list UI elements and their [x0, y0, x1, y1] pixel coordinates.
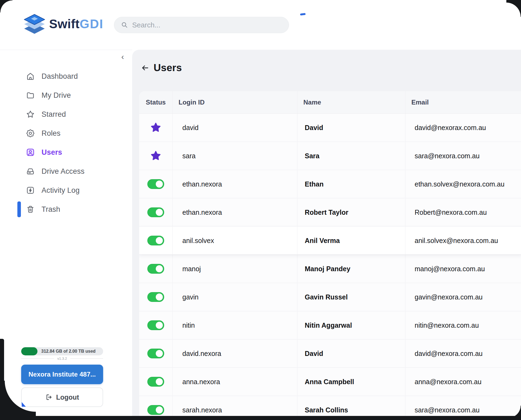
sidebar-item-label: Users — [42, 148, 62, 157]
email-cell: nitin@nexora.com.au — [405, 311, 521, 339]
login-id-cell: david.nexora — [172, 340, 297, 367]
status-toggle[interactable] — [147, 405, 164, 415]
page-title: Users — [154, 62, 182, 74]
storage-usage-label: 312.84 GB of 2.00 TB used — [41, 347, 101, 355]
status-cell — [139, 142, 172, 170]
active-route-indicator — [17, 201, 21, 217]
sidebar-item-label: Drive Access — [42, 167, 84, 176]
organization-button[interactable]: Nexora Institute 487... — [21, 365, 103, 384]
sidebar-item-activity-log[interactable]: Activity Log — [0, 181, 132, 200]
name-cell: David — [297, 340, 405, 367]
status-toggle[interactable] — [147, 207, 164, 217]
table-row: gavinGavin Russelgavin@nexora.com.au — [139, 283, 521, 311]
name-cell: Manoj Pandey — [297, 255, 405, 283]
status-toggle[interactable] — [147, 264, 164, 274]
status-toggle[interactable] — [147, 349, 164, 358]
sidebar-item-my-drive[interactable]: My Drive — [0, 86, 132, 105]
status-cell — [139, 311, 172, 339]
logo-layers-icon — [23, 14, 46, 34]
logout-icon — [45, 393, 53, 401]
back-arrow-icon[interactable] — [141, 64, 149, 72]
table-header-row: Status Login ID Name Email — [139, 91, 521, 114]
table-body: davidDaviddavid@nexorax.com.ausaraSarasa… — [139, 114, 521, 420]
toggle-knob — [156, 209, 163, 216]
status-cell — [139, 283, 172, 311]
table-row: nitinNitin Aggarwalnitin@nexora.com.au — [139, 311, 521, 339]
toggle-knob — [156, 181, 163, 188]
column-header-login-id: Login ID — [172, 91, 297, 113]
email-cell: anil.solvex@nexora.com.au — [405, 227, 521, 254]
app-logo: SwiftGDI — [23, 14, 103, 34]
table-row: sarah.nexoraSarah Collinssara@nexora.com… — [139, 396, 521, 420]
sidebar-item-roles[interactable]: Roles — [0, 124, 132, 143]
name-cell: Sarah Collins — [297, 396, 405, 420]
table-row: anna.nexoraAnna Campbellanna@nexora.com.… — [139, 367, 521, 396]
table-row: david.nexoraDaviddavid@nexora.com.au — [139, 339, 521, 367]
starred-status-icon[interactable] — [150, 150, 161, 162]
email-cell: david@nexora.com.au — [405, 340, 521, 367]
login-id-cell: anil.solvex — [172, 227, 297, 254]
table-row: davidDaviddavid@nexorax.com.au — [139, 114, 521, 141]
users-table: Status Login ID Name Email davidDaviddav… — [139, 91, 521, 420]
name-cell: David — [297, 114, 405, 141]
storage-usage-fill — [21, 347, 37, 355]
email-cell: manoj@nexora.com.au — [405, 255, 521, 283]
toggle-knob — [156, 378, 163, 385]
toggle-knob — [156, 406, 163, 413]
gear-icon — [26, 129, 35, 138]
search-icon — [121, 21, 128, 29]
table-row: anil.solvexAnil Vermaanil.solvex@nexora.… — [139, 226, 521, 254]
sidebar-collapse-button[interactable]: ‹ — [121, 53, 124, 61]
sidebar-item-label: Roles — [42, 129, 61, 138]
table-row: saraSarasara@nexora.com.au — [139, 141, 521, 170]
status-cell — [139, 340, 172, 367]
sidebar-item-label: Dashboard — [42, 72, 78, 81]
status-toggle[interactable] — [147, 292, 164, 302]
sidebar-item-starred[interactable]: Starred — [0, 105, 132, 124]
starred-status-icon[interactable] — [150, 122, 161, 133]
status-toggle[interactable] — [147, 320, 164, 330]
search-input[interactable] — [132, 21, 289, 30]
name-cell: Gavin Russel — [297, 283, 405, 311]
login-id-cell: nitin — [172, 311, 297, 339]
login-id-cell: sarah.nexora — [172, 396, 297, 420]
home-icon — [26, 72, 35, 81]
page-header: Users — [141, 61, 182, 75]
sidebar: ‹ DashboardMy DriveStarredRolesUsersDriv… — [0, 50, 132, 420]
sidebar-item-trash[interactable]: Trash — [0, 200, 132, 219]
email-cell: Robert@nexora.com.au — [405, 198, 521, 226]
table-row: ethan.nexoraEthanethan.solvex@nexora.com… — [139, 170, 521, 198]
status-toggle[interactable] — [147, 236, 164, 245]
email-cell: sara@nexora.com.au — [405, 396, 521, 420]
trash-icon — [26, 205, 35, 214]
login-id-cell: gavin — [172, 283, 297, 311]
status-cell — [139, 227, 172, 254]
status-toggle[interactable] — [147, 179, 164, 189]
status-cell — [139, 255, 172, 283]
activity-icon — [26, 186, 35, 195]
table-row: ethan.nexoraRobert TaylorRobert@nexora.c… — [139, 198, 521, 226]
folder-icon — [26, 91, 35, 100]
column-header-email: Email — [405, 91, 521, 113]
email-cell: anna@nexora.com.au — [405, 368, 521, 396]
sidebar-item-label: Trash — [42, 205, 60, 214]
logout-button[interactable]: Logout — [21, 387, 103, 407]
toggle-knob — [156, 237, 163, 244]
login-id-cell: anna.nexora — [172, 368, 297, 396]
version-row: v1.3.2 — [21, 356, 103, 361]
status-toggle[interactable] — [147, 377, 164, 387]
selection-artifact — [22, 402, 26, 407]
drive-icon — [26, 167, 35, 176]
sidebar-item-drive-access[interactable]: Drive Access — [0, 162, 132, 181]
brand-name-secondary: GDI — [80, 17, 103, 31]
column-header-status: Status — [139, 91, 172, 113]
sidebar-item-users[interactable]: Users — [0, 143, 132, 162]
logout-label: Logout — [56, 393, 79, 401]
status-cell — [139, 198, 172, 226]
brand-name: SwiftGDI — [49, 14, 103, 34]
status-cell — [139, 114, 172, 141]
sidebar-item-dashboard[interactable]: Dashboard — [0, 67, 132, 86]
cursor-artifact — [300, 13, 306, 15]
toggle-knob — [156, 293, 163, 301]
search-bar[interactable] — [114, 17, 289, 33]
